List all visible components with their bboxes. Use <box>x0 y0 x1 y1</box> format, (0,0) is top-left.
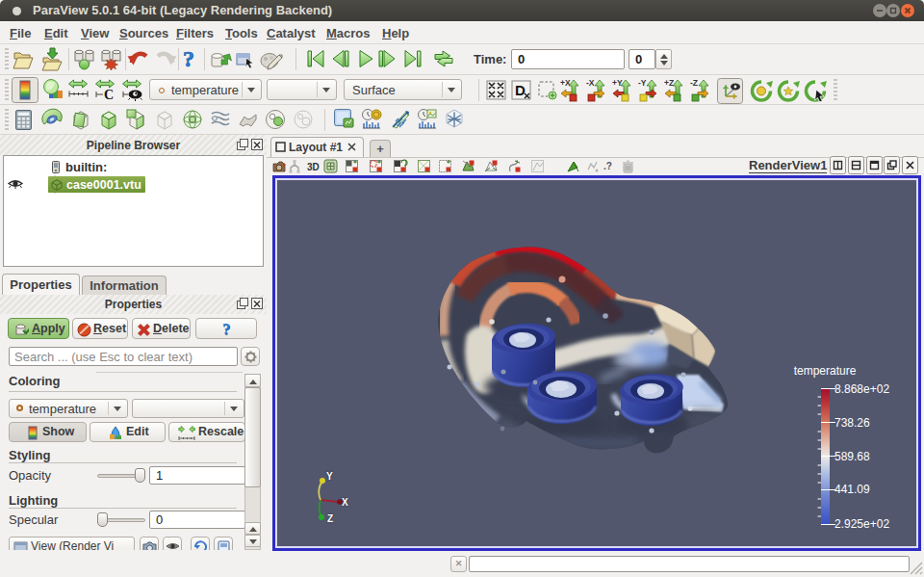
svg-text:?: ? <box>183 46 194 71</box>
svg-text:Z: Z <box>327 513 333 524</box>
svg-text:-X: -X <box>586 78 595 88</box>
svg-text:D: D <box>515 82 526 98</box>
svg-text:+X: +X <box>560 78 571 88</box>
svg-text:441.09: 441.09 <box>834 483 870 496</box>
svg-text:-Z: -Z <box>690 78 698 88</box>
svg-text:temperature: temperature <box>794 364 857 378</box>
svg-text:738.26: 738.26 <box>834 416 870 430</box>
svg-text:2.925e+02: 2.925e+02 <box>834 517 889 531</box>
svg-text:C: C <box>104 88 114 102</box>
svg-text:3D: 3D <box>307 162 320 172</box>
svg-text:8.868e+02: 8.868e+02 <box>834 382 889 396</box>
svg-text:-Y: -Y <box>638 78 647 88</box>
svg-text:+Y: +Y <box>612 78 623 88</box>
svg-text:X: X <box>342 497 348 508</box>
svg-text:Y: Y <box>326 471 333 482</box>
svg-text:Layout #1: Layout #1 <box>289 141 343 154</box>
svg-text:+Z: +Z <box>664 78 674 88</box>
svg-text:.?: .? <box>603 161 612 171</box>
svg-text:589.68: 589.68 <box>834 450 870 463</box>
